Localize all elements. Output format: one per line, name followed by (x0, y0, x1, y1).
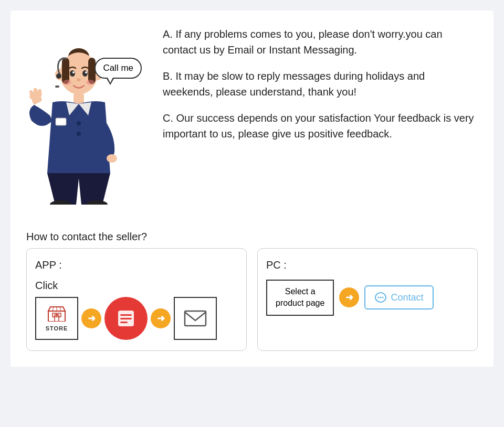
app-steps-row: STORE ➜ ➜ (35, 297, 238, 340)
svg-point-23 (77, 132, 81, 136)
main-container: Call me (10, 10, 494, 367)
paragraph-c: C. Our success depends on your satisfact… (163, 110, 478, 142)
call-me-bubble: Call me (94, 58, 142, 79)
svg-point-13 (86, 80, 94, 85)
svg-rect-27 (48, 311, 65, 322)
svg-line-33 (60, 307, 61, 311)
svg-point-12 (63, 80, 71, 85)
paragraph-b: B. It may be slow to reply messages duri… (163, 68, 478, 100)
select-product-btn[interactable]: Select a product page (266, 280, 334, 316)
svg-rect-30 (55, 315, 59, 322)
svg-rect-38 (185, 311, 206, 326)
pc-box: PC : Select a product page ➜ (257, 248, 478, 351)
mail-icon-box[interactable] (174, 297, 217, 340)
contact-section: How to contact the seller? APP : Click (26, 231, 478, 351)
chat-icon (375, 292, 386, 303)
person-illustration (26, 26, 131, 205)
svg-rect-37 (120, 322, 128, 323)
svg-rect-15 (55, 86, 59, 88)
top-section: Call me (26, 26, 478, 215)
pc-steps-row: Select a product page ➜ Contact (266, 280, 469, 316)
contact-title: How to contact the seller? (26, 231, 478, 243)
svg-rect-19 (34, 88, 38, 97)
arrow-1[interactable]: ➜ (81, 308, 101, 328)
click-label: Click (35, 280, 238, 292)
arrow-2[interactable]: ➜ (151, 308, 171, 328)
pc-label: PC : (266, 259, 469, 271)
svg-point-11 (77, 78, 81, 81)
svg-line-31 (52, 307, 54, 311)
avatar-area: Call me (26, 26, 152, 215)
app-box: APP : Click (26, 248, 247, 351)
svg-point-8 (82, 70, 88, 77)
text-section: A. If any problems comes to you, please … (163, 26, 478, 152)
contact-btn-label: Contact (391, 292, 423, 303)
contact-button[interactable]: Contact (364, 285, 434, 309)
svg-point-42 (382, 297, 384, 298)
svg-point-10 (85, 71, 87, 73)
svg-rect-20 (37, 89, 41, 97)
app-icon[interactable] (104, 297, 148, 340)
avatar-figure: Call me (26, 26, 142, 215)
svg-point-40 (378, 297, 380, 298)
svg-point-41 (380, 297, 382, 298)
svg-point-9 (72, 71, 75, 73)
svg-rect-36 (120, 318, 132, 319)
store-label: STORE (46, 325, 68, 332)
app-label: APP : (35, 259, 238, 271)
platform-row: APP : Click (26, 248, 478, 351)
arrow-3[interactable]: ➜ (339, 287, 359, 307)
svg-rect-24 (56, 118, 66, 125)
svg-point-7 (70, 70, 75, 77)
svg-point-14 (56, 73, 61, 79)
svg-rect-35 (120, 314, 132, 316)
store-icon-box[interactable]: STORE (35, 297, 78, 340)
store-icon (47, 306, 66, 324)
paragraph-a: A. If any problems comes to you, please … (163, 26, 478, 58)
svg-point-21 (107, 154, 117, 163)
svg-point-22 (77, 121, 81, 125)
